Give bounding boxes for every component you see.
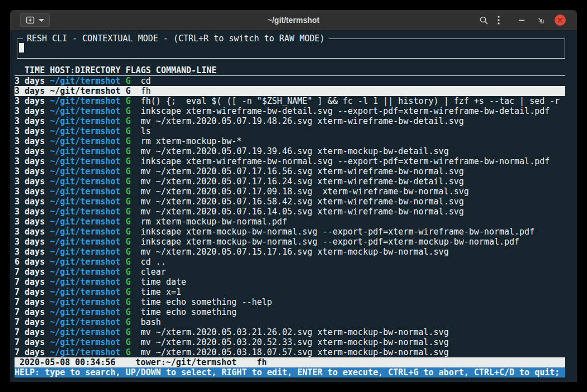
row-command: time echo something: [141, 307, 237, 317]
history-row[interactable]: 7 days ~/git/termshot G time date: [15, 277, 565, 287]
status-command: fh: [257, 357, 267, 367]
row-time: 7 days: [15, 337, 50, 347]
history-row[interactable]: 3 days ~/git/termshot G mv ~/xterm.2020.…: [15, 116, 565, 126]
row-command: fh: [141, 86, 151, 96]
history-row[interactable]: 3 days ~/git/termshot G rm xterm-mockup-…: [15, 217, 565, 227]
close-icon: [557, 17, 563, 23]
resh-search-box[interactable]: RESH CLI - CONTEXTUAL MODE - (CTRL+R to …: [17, 39, 565, 59]
row-time: 3 days: [15, 116, 50, 126]
history-row[interactable]: 3 days ~/git/termshot G ls: [15, 126, 565, 136]
row-command: time echo something --help: [141, 297, 272, 307]
history-row[interactable]: 6 days ~/git/termshot G cd ..: [15, 257, 565, 267]
row-time: 3 days: [15, 237, 50, 247]
row-command: time date: [141, 277, 186, 287]
row-command: inkscape xterm-mockup-bw-normal.svg --ex…: [141, 237, 519, 247]
row-flags: G: [126, 187, 141, 197]
row-time: 3 days: [15, 96, 50, 106]
resh-cli-app: RESH CLI - CONTEXTUAL MODE - (CTRL+R to …: [15, 39, 565, 377]
row-flags: G: [126, 166, 141, 176]
history-row-selected[interactable]: 3 days ~/git/termshot G fh: [15, 86, 565, 96]
minimize-icon: [518, 16, 526, 24]
close-button[interactable]: [555, 15, 566, 26]
history-row[interactable]: 3 days ~/git/termshot G rm xterm-mockup-…: [15, 136, 565, 146]
row-time: 7 days: [15, 287, 50, 297]
row-time: 3 days: [15, 146, 50, 156]
row-command: inkscape xterm-wireframe-bw-detail.svg -…: [141, 106, 550, 116]
row-flags: G: [126, 217, 141, 227]
row-time: 3 days: [15, 76, 50, 86]
history-row[interactable]: 3 days ~/git/termshot G inkscape xterm-m…: [15, 237, 565, 247]
row-flags: G: [126, 297, 141, 307]
row-flags: G: [126, 247, 141, 257]
row-time: 3 days: [15, 176, 50, 187]
row-host-directory: ~/git/termshot: [50, 187, 125, 197]
history-row[interactable]: 3 days ~/git/termshot G mv ~/xterm.2020.…: [15, 146, 565, 156]
row-flags: G: [126, 136, 141, 146]
row-command: mv ~/xterm.2020.05.03.21.26.02.svg xterm…: [141, 327, 449, 337]
minimize-button[interactable]: [517, 15, 527, 25]
row-time: 7 days: [15, 277, 50, 287]
row-command: cd: [141, 76, 151, 86]
row-host-directory: ~/git/termshot: [50, 327, 125, 337]
row-host-directory: ~/git/termshot: [50, 347, 125, 357]
history-row[interactable]: 3 days ~/git/termshot G inkscape xterm-m…: [15, 227, 565, 237]
row-host-directory: ~/git/termshot: [50, 237, 125, 247]
history-row[interactable]: 3 days ~/git/termshot G mv ~/xterm.2020.…: [15, 207, 565, 217]
row-command: mv ~/xterm.2020.05.07.17.16.56.svg xterm…: [141, 166, 464, 176]
row-flags: G: [126, 277, 141, 287]
history-row[interactable]: 7 days ~/git/termshot G clear: [15, 267, 565, 277]
row-command: mv ~/xterm.2020.05.03.20.52.33.svg xterm…: [141, 337, 449, 347]
row-flags: G: [126, 207, 141, 217]
row-command: ls: [141, 126, 151, 136]
unmaximize-icon: [537, 16, 545, 24]
row-host-directory: ~/git/termshot: [50, 217, 125, 227]
history-row[interactable]: 3 days ~/git/termshot G inkscape xterm-w…: [15, 156, 565, 166]
row-flags: G: [126, 327, 141, 337]
row-host-directory: ~/git/termshot: [50, 136, 125, 146]
row-host-directory: ~/git/termshot: [50, 317, 125, 327]
history-row[interactable]: 3 days ~/git/termshot G inkscape xterm-w…: [15, 106, 565, 116]
row-host-directory: ~/git/termshot: [50, 297, 125, 307]
row-flags: G: [126, 197, 141, 207]
history-row[interactable]: 3 days ~/git/termshot G fh() {; eval $( …: [15, 96, 565, 106]
history-row[interactable]: 7 days ~/git/termshot G time x=1: [15, 287, 565, 297]
row-host-directory: ~/git/termshot: [50, 267, 125, 277]
row-time: 7 days: [15, 327, 50, 337]
history-row[interactable]: 7 days ~/git/termshot G mv ~/xterm.2020.…: [15, 347, 565, 357]
menu-button[interactable]: [496, 15, 501, 26]
row-time: 7 days: [15, 267, 50, 277]
row-time: 7 days: [15, 347, 50, 357]
history-row[interactable]: 3 days ~/git/termshot G mv ~/xterm.2020.…: [15, 187, 565, 197]
history-row[interactable]: 7 days ~/git/termshot G bash: [15, 317, 565, 327]
unmaximize-button[interactable]: [536, 15, 546, 25]
history-row[interactable]: 7 days ~/git/termshot G mv ~/xterm.2020.…: [15, 337, 565, 347]
status-datetime: 2020-05-08 00:34:56: [20, 357, 116, 367]
history-row[interactable]: 3 days ~/git/termshot G mv ~/xterm.2020.…: [15, 176, 565, 187]
history-row[interactable]: 3 days ~/git/termshot G mv ~/xterm.2020.…: [15, 197, 565, 207]
history-row[interactable]: 3 days ~/git/termshot G mv ~/xterm.2020.…: [15, 166, 565, 176]
row-command: inkscape xterm-wireframe-bw-normal.svg -…: [141, 156, 550, 166]
row-flags: G: [126, 126, 141, 136]
titlebar[interactable]: ~/git/termshot: [10, 10, 577, 31]
terminal-screen[interactable]: RESH CLI - CONTEXTUAL MODE - (CTRL+R to …: [10, 31, 577, 382]
row-command: mv ~/xterm.2020.05.07.15.17.16.svg xterm…: [141, 247, 449, 257]
row-time: 3 days: [15, 197, 50, 207]
row-host-directory: ~/git/termshot: [50, 166, 125, 176]
search-button[interactable]: [478, 15, 490, 26]
row-time: 3 days: [15, 166, 50, 176]
row-command: clear: [141, 267, 166, 277]
row-flags: G: [126, 347, 141, 357]
history-row[interactable]: 7 days ~/git/termshot G time echo someth…: [15, 307, 565, 317]
row-command: cd ..: [141, 257, 166, 267]
history-row[interactable]: 3 days ~/git/termshot G cd: [15, 76, 565, 86]
row-flags: G: [126, 176, 141, 187]
row-host-directory: ~/git/termshot: [50, 76, 125, 86]
table-header: TIME HOST:DIRECTORY FLAGS COMMAND-LINE: [15, 65, 565, 76]
history-row[interactable]: 7 days ~/git/termshot G time echo someth…: [15, 297, 565, 307]
history-row[interactable]: 7 days ~/git/termshot G mv ~/xterm.2020.…: [15, 327, 565, 337]
history-row[interactable]: 3 days ~/git/termshot G mv ~/xterm.2020.…: [15, 247, 565, 257]
new-tab-button[interactable]: [20, 13, 50, 27]
row-flags: G: [126, 237, 141, 247]
row-flags: G: [126, 227, 141, 237]
window-title: ~/git/termshot: [268, 16, 320, 25]
